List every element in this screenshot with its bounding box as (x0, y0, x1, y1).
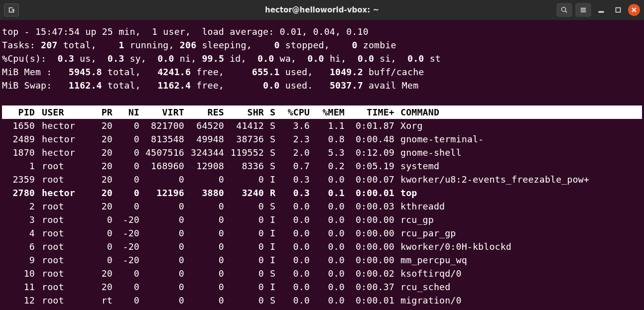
cell-pr: 20 (89, 159, 117, 173)
col-res: RES (188, 105, 228, 119)
process-row: 9root0-20000I0.00.00:00.00mm_percpu_wq (2, 253, 642, 267)
cell-s: I (268, 213, 279, 226)
cell-cmd: kworker/0:0H-kblockd (398, 240, 642, 253)
cell-pr: 20 (89, 280, 117, 294)
cell-ni: 0 (117, 294, 143, 307)
cell-time: 0:12.09 (349, 146, 398, 159)
process-row: 6root0-20000I0.00.00:00.00kworker/0:0H-k… (2, 240, 642, 253)
col-pid: PID (2, 105, 39, 119)
cell-cmd: idle_inject/0 (398, 307, 642, 310)
cell-time: 0:00.00 (349, 240, 398, 253)
process-row: 1870hector2004507516324344119552S2.05.30… (2, 146, 642, 159)
col-virt: VIRT (143, 105, 188, 119)
cell-shr: 0 (228, 240, 268, 253)
cell-pr: 20 (89, 119, 117, 132)
cell-time: 0:00.00 (349, 307, 398, 310)
cell-pid: 4 (2, 226, 39, 240)
cell-user: root (39, 173, 89, 186)
cell-res: 64520 (188, 119, 228, 132)
cell-s: S (268, 119, 279, 132)
process-row: 1root200168960129088336S0.70.20:05.19sys… (2, 159, 642, 173)
cell-ni: -20 (117, 240, 143, 253)
cell-pr: 20 (89, 200, 117, 213)
cell-res: 0 (188, 173, 228, 186)
process-row: 2489hector2008135484994838736S2.30.80:00… (2, 132, 642, 146)
cell-virt: 12196 (143, 186, 188, 200)
cell-ni: 0 (117, 307, 143, 310)
cell-user: hector (39, 132, 89, 146)
cell-virt: 4507516 (143, 146, 188, 159)
cell-cpu: 0.0 (279, 267, 314, 280)
col-mem: %MEM (314, 105, 349, 119)
cell-mem: 0.0 (314, 307, 349, 310)
cell-time: 0:00.48 (349, 132, 398, 146)
terminal-output[interactable]: top - 15:47:54 up 25 min, 1 user, load a… (0, 20, 644, 310)
hamburger-menu-button[interactable] (575, 3, 591, 17)
cell-mem: 0.1 (314, 186, 349, 200)
cell-pr: 0 (89, 226, 117, 240)
minimize-button[interactable] (594, 3, 608, 17)
cell-pid: 12 (2, 294, 39, 307)
cell-user: root (39, 213, 89, 226)
cell-pid: 2489 (2, 132, 39, 146)
cell-res: 0 (188, 200, 228, 213)
cell-res: 3880 (188, 186, 228, 200)
cell-s: I (268, 226, 279, 240)
cell-virt: 0 (143, 200, 188, 213)
search-icon (561, 6, 568, 13)
cell-s: S (268, 159, 279, 173)
cell-mem: 5.3 (314, 146, 349, 159)
cell-ni: 0 (117, 280, 143, 294)
cell-cpu: 0.3 (279, 173, 314, 186)
cell-shr: 3240 (228, 186, 268, 200)
cell-pr: 0 (89, 213, 117, 226)
window-title: hector@helloworld-vbox: ~ (0, 5, 644, 14)
top-summary-cpu: %Cpu(s): 0.3 us, 0.3 sy, 0.0 ni, 99.5 id… (2, 52, 642, 65)
cell-ni: 0 (117, 186, 143, 200)
close-button[interactable] (628, 4, 640, 16)
cell-cmd: ksoftirqd/0 (398, 267, 642, 280)
cell-pid: 1870 (2, 146, 39, 159)
process-row: 11root200000I0.00.00:00.37rcu_sched (2, 280, 642, 294)
cell-cpu: 0.3 (279, 186, 314, 200)
cell-cpu: 3.6 (279, 119, 314, 132)
search-button[interactable] (556, 3, 572, 17)
process-row: 13root-510000S0.00.00:00.00idle_inject/0 (2, 307, 642, 310)
cell-shr: 0 (228, 294, 268, 307)
cell-ni: 0 (117, 119, 143, 132)
cell-cmd: rcu_sched (398, 280, 642, 294)
cell-cpu: 0.0 (279, 253, 314, 267)
top-summary-tasks: Tasks: 207 total, 1 running, 206 sleepin… (2, 38, 642, 52)
cell-cmd: gnome-terminal- (398, 132, 642, 146)
cell-time: 0:05.19 (349, 159, 398, 173)
cell-res: 0 (188, 294, 228, 307)
svg-rect-0 (599, 11, 604, 12)
cell-ni: 0 (117, 267, 143, 280)
cell-virt: 0 (143, 280, 188, 294)
cell-shr: 0 (228, 253, 268, 267)
cell-res: 0 (188, 280, 228, 294)
cell-ni: 0 (117, 173, 143, 186)
cell-pid: 2359 (2, 173, 39, 186)
cell-time: 0:00.01 (349, 294, 398, 307)
cell-shr: 0 (228, 226, 268, 240)
cell-s: I (268, 240, 279, 253)
maximize-button[interactable] (611, 3, 625, 17)
cell-cmd: mm_percpu_wq (398, 253, 642, 267)
cell-time: 0:00.00 (349, 253, 398, 267)
cell-shr: 0 (228, 307, 268, 310)
cell-cmd: kworker/u8:2-events_freezable_pow+ (398, 173, 642, 186)
cell-mem: 0.0 (314, 226, 349, 240)
cell-cmd: Xorg (398, 119, 642, 132)
cell-cpu: 0.0 (279, 240, 314, 253)
cell-shr: 0 (228, 267, 268, 280)
cell-pr: 0 (89, 240, 117, 253)
cell-cmd: top (398, 186, 642, 200)
cell-user: root (39, 253, 89, 267)
cell-pr: 0 (89, 253, 117, 267)
top-summary-mem: MiB Mem : 5945.8 total, 4241.6 free, 655… (2, 65, 642, 79)
cell-time: 0:00.00 (349, 213, 398, 226)
cell-virt: 0 (143, 294, 188, 307)
cell-pid: 11 (2, 280, 39, 294)
maximize-icon (615, 7, 621, 13)
